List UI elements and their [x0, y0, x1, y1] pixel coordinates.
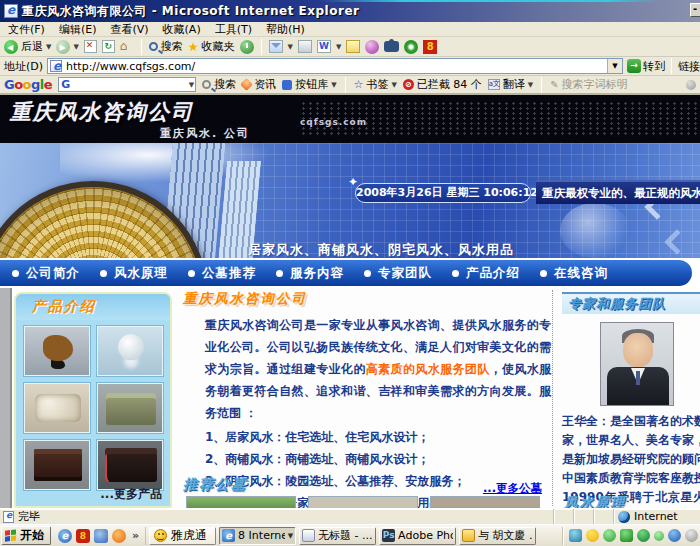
tray-contact-icon[interactable] — [603, 529, 616, 542]
status-message-cell: 完毕 — [0, 509, 554, 524]
taskbar-window-ie-group[interactable]: e 8 Internet ... ▼ — [219, 527, 296, 545]
nav-item-experts[interactable]: 专家团队 — [364, 265, 432, 282]
mail-icon[interactable] — [269, 40, 283, 53]
research-binoculars-icon[interactable] — [384, 41, 399, 52]
bookmark-star-icon: ☆ — [354, 78, 364, 91]
tray-messenger-icon[interactable] — [586, 529, 599, 542]
google-box-dropdown-icon[interactable]: ▼ — [189, 81, 194, 89]
start-label: 开始 — [20, 527, 44, 544]
product-thumb-jade-box[interactable] — [24, 383, 90, 433]
expert-portrait[interactable] — [600, 322, 674, 406]
nav-item-services[interactable]: 服务内容 — [276, 265, 344, 282]
search-button[interactable]: 搜索 — [149, 39, 183, 54]
standard-toolbar: ◀ 后退 ▼ ▶ ▼ ↻ ⌂ 搜索 ★ 收藏夹 ▼ W ▼ 8 — [0, 37, 700, 57]
back-icon: ◀ — [4, 40, 18, 54]
plugin-flower-icon[interactable] — [404, 40, 418, 54]
nav-bullet-icon — [12, 270, 19, 277]
links-label[interactable]: 链接 — [678, 59, 700, 74]
nav-bullet-icon — [452, 270, 459, 277]
nav-item-consult[interactable]: 在线咨询 — [540, 265, 608, 282]
cemetery-photo[interactable] — [430, 496, 540, 508]
cemetery-photo[interactable] — [308, 496, 418, 508]
windows-logo-icon — [5, 529, 17, 542]
tray-antivirus-icon[interactable] — [620, 529, 633, 542]
tray-app-icon[interactable] — [569, 529, 582, 542]
favorites-button[interactable]: ★ 收藏夹 — [188, 39, 235, 54]
yahoo-messenger-band[interactable]: 雅虎通 — [149, 527, 216, 545]
company-intro: 重庆风水咨询公司是一家专业从事风水咨询、提供风水服务的专业化公司。公司以弘扬民族… — [205, 314, 551, 424]
product-thumb-bronze-casket[interactable] — [97, 383, 163, 433]
cemetery-photo[interactable] — [186, 496, 296, 508]
ie-task-icon: e — [222, 529, 235, 542]
popup-blocked-button[interactable]: ⊘ 已拦截 84 个 — [403, 77, 482, 92]
nav-item-cemetery[interactable]: 公墓推荐 — [188, 265, 256, 282]
go-button[interactable]: → 转到 — [627, 59, 665, 74]
quicklaunch-download-icon[interactable]: 8 — [76, 529, 90, 543]
highlight-button[interactable]: ✎ 搜索字词标明 — [550, 77, 627, 92]
minimize-button[interactable]: - — [690, 3, 700, 17]
back-dropdown-icon[interactable]: ▼ — [46, 43, 51, 51]
product-thumb-wood-urn[interactable] — [24, 440, 90, 490]
quicklaunch-overflow-chevron[interactable]: » — [130, 529, 141, 542]
refresh-icon[interactable]: ↻ — [102, 40, 115, 53]
search-icon — [149, 42, 158, 51]
bookmarks-dropdown-icon[interactable]: ▼ — [391, 81, 396, 89]
button-gallery-dropdown-icon[interactable]: ▼ — [331, 81, 336, 89]
notes-icon[interactable] — [346, 40, 360, 53]
messenger-icon[interactable] — [365, 40, 379, 54]
window-titlebar[interactable]: 重庆风水咨询有限公司 - Microsoft Internet Explorer… — [0, 0, 700, 22]
print-icon[interactable] — [298, 40, 312, 53]
nav-item-about[interactable]: 公司简介 — [12, 265, 80, 282]
edit-dropdown-icon[interactable]: ▼ — [336, 43, 341, 51]
nav-item-principles[interactable]: 风水原理 — [100, 265, 168, 282]
browser-viewport: 重庆风水咨询公司 cqfsgs.com 重庆风水. 公司 ✦ 2008年3月26… — [0, 95, 700, 508]
address-input[interactable] — [66, 60, 606, 73]
home-icon[interactable]: ⌂ — [120, 40, 134, 53]
more-products-link[interactable]: ...更多产品 — [100, 486, 162, 503]
google-search-box[interactable]: G ▼ — [58, 77, 196, 92]
bookmarks-button[interactable]: ☆ 书签 ▼ — [354, 77, 397, 92]
back-button[interactable]: ◀ 后退 ▼ — [4, 39, 51, 54]
tray-umbrella-icon[interactable] — [637, 529, 650, 542]
tray-status-icon[interactable] — [654, 531, 664, 541]
tray-network-icon[interactable] — [668, 529, 681, 542]
product-thumb-crystal[interactable] — [97, 326, 163, 376]
menu-help[interactable]: 帮助(H) — [266, 22, 305, 37]
taskbar-window-photoshop[interactable]: Ps Adobe Photo... — [379, 527, 456, 545]
google-news-button[interactable]: 资讯 — [242, 77, 276, 92]
stop-icon[interactable] — [84, 40, 97, 53]
more-cemeteries-link[interactable]: ...更多公墓 — [483, 481, 542, 496]
tray-clock-icon[interactable] — [685, 529, 698, 542]
edit-word-icon[interactable]: W — [317, 40, 331, 53]
menu-view[interactable]: 查看(V) — [110, 22, 148, 37]
main-nav: 公司简介 风水原理 公墓推荐 服务内容 专家团队 产品介绍 在线咨询 — [0, 260, 692, 286]
mail-dropdown-icon[interactable]: ▼ — [288, 43, 293, 51]
product-thumb-dark-urn[interactable] — [97, 440, 163, 490]
history-icon[interactable] — [240, 40, 254, 54]
experts-title: 专家和服务团队 — [568, 295, 666, 313]
googlebar-settings-icon[interactable] — [686, 80, 696, 90]
menu-edit[interactable]: 编辑(E) — [59, 22, 97, 37]
start-button[interactable]: 开始 — [1, 526, 51, 545]
button-gallery-button[interactable]: 按钮库 ▼ — [282, 77, 336, 92]
translate-button[interactable]: a文 翻译 ▼ — [488, 77, 533, 92]
taskbar-window-chat[interactable]: 与 胡文慶 ... — [459, 527, 536, 545]
company-title: 重庆风水咨询公司 — [183, 290, 307, 308]
quicklaunch-browser-icon[interactable] — [112, 529, 126, 543]
forward-button[interactable]: ▶ ▼ — [56, 40, 78, 54]
nav-label: 产品介绍 — [466, 265, 520, 282]
product-thumb-statue[interactable] — [24, 326, 90, 376]
quicklaunch-app-icon[interactable] — [94, 529, 108, 543]
nav-item-products[interactable]: 产品介绍 — [452, 265, 520, 282]
google-search-button[interactable]: 搜索 — [202, 77, 236, 92]
forward-dropdown-icon[interactable]: ▼ — [73, 43, 78, 51]
nav-bullet-icon — [364, 270, 371, 277]
address-dropdown-icon[interactable]: ▼ — [607, 59, 622, 73]
menu-file[interactable]: 文件(F) — [8, 22, 45, 37]
translate-dropdown-icon[interactable]: ▼ — [528, 81, 533, 89]
quicklaunch-ie-icon[interactable]: e — [58, 529, 72, 543]
taskbar-window-notepad[interactable]: 无标题 - ... — [299, 527, 376, 545]
menu-tools[interactable]: 工具(T) — [215, 22, 252, 37]
menu-favorites[interactable]: 收藏(A) — [163, 22, 201, 37]
plugin-red-icon[interactable]: 8 — [423, 40, 437, 54]
